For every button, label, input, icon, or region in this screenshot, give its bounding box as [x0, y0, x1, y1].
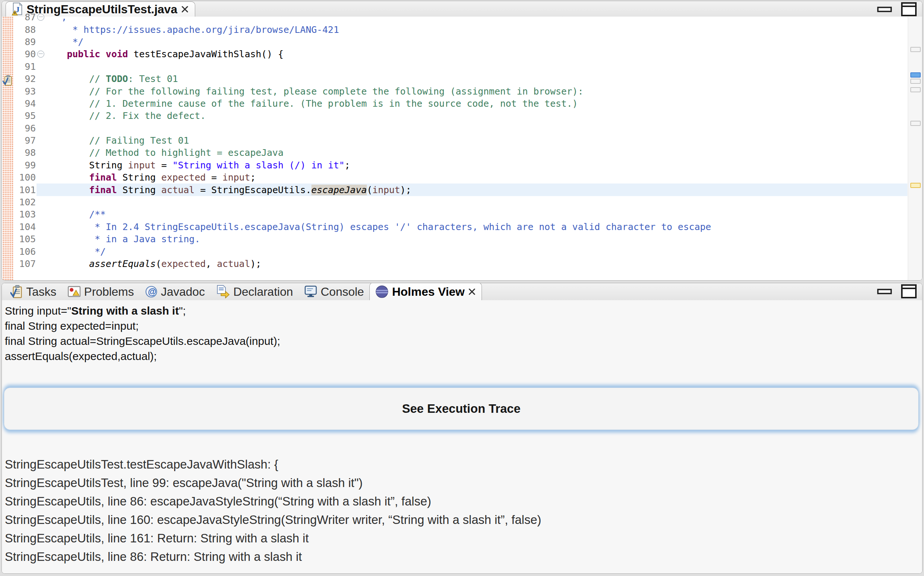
tasks-icon — [10, 285, 23, 298]
code-line-body[interactable]: // Method to highlight = escapeJava — [37, 147, 907, 159]
snippet-line: final String expected=input; — [5, 318, 280, 333]
code-line-91[interactable]: 91 — [14, 61, 907, 73]
trace-line: StringEscapeUtils, line 86: escapeJavaSt… — [5, 492, 541, 510]
code-line-103[interactable]: 103 /** — [14, 208, 907, 221]
code-line-body[interactable]: * https://issues.apache.org/jira/browse/… — [37, 23, 907, 35]
code-text: /** — [45, 209, 106, 220]
line-number: 99 — [14, 160, 37, 171]
code-line-body[interactable]: */ — [37, 245, 907, 258]
code-line-95[interactable]: 95 // 2. Fix the defect. — [14, 110, 907, 122]
code-line-body[interactable] — [37, 122, 907, 134]
fold-collapse-icon[interactable] — [37, 51, 45, 58]
code-line-96[interactable]: 96 — [14, 122, 907, 134]
view-tab-holmes-view[interactable]: Holmes View — [369, 283, 482, 301]
code-line-body[interactable]: * in a Java string. — [37, 233, 907, 245]
view-tab-javadoc[interactable]: @Javadoc — [139, 283, 210, 300]
blue-ruler-marker[interactable] — [910, 72, 921, 78]
gutter-change-bar[interactable] — [3, 17, 14, 280]
code-text: */ — [45, 246, 106, 257]
yellow-ruler-marker[interactable] — [910, 183, 921, 188]
code-line-88[interactable]: 88 * https://issues.apache.org/jira/brow… — [14, 23, 907, 35]
code-line-93[interactable]: 93 // For the following failing test, pl… — [14, 85, 907, 97]
problems-icon — [67, 285, 81, 298]
line-number: 98 — [14, 147, 37, 158]
code-editor[interactable]: 87 ,88 * https://issues.apache.org/jira/… — [2, 17, 922, 280]
code-line-92[interactable]: 92 // TODO: Test 01 — [14, 73, 907, 85]
code-line-body[interactable]: assertEquals(expected, actual); — [37, 258, 907, 270]
view-tab-label: Console — [321, 285, 364, 299]
code-line-97[interactable]: 97 // Failing Test 01 — [14, 134, 907, 147]
code-text: // 1. Determine cause of the failure. (T… — [45, 98, 578, 109]
code-line-body[interactable]: final String actual = StringEscapeUtils.… — [37, 184, 907, 196]
view-tab-problems[interactable]: Problems — [62, 283, 139, 300]
code-line-body[interactable]: /** — [37, 208, 907, 221]
gray-ruler-marker[interactable] — [910, 121, 921, 126]
code-line-body[interactable]: // 1. Determine cause of the failure. (T… — [37, 98, 907, 110]
code-line-94[interactable]: 94 // 1. Determine cause of the failure.… — [14, 98, 907, 110]
view-tab-close-icon[interactable] — [468, 288, 476, 296]
code-line-89[interactable]: 89 */ — [14, 36, 907, 48]
task-marker-icon[interactable] — [3, 75, 13, 86]
trace-line: StringEscapeUtilsTest, line 99: escapeJa… — [5, 474, 541, 492]
code-line-90[interactable]: 90 public void testEscapeJavaWithSlash()… — [14, 48, 907, 60]
view-tabs: TasksProblems@JavadocDeclarationConsoleH… — [5, 283, 482, 300]
code-line-106[interactable]: 106 */ — [14, 245, 907, 258]
code-line-body[interactable]: String input = "String with a slash (/) … — [37, 159, 907, 171]
code-text: // 2. Fix the defect. — [45, 110, 206, 121]
code-line-body[interactable]: // 2. Fix the defect. — [37, 110, 907, 122]
view-minimize-button[interactable] — [876, 285, 893, 297]
code-line-body[interactable]: * In 2.4 StringEscapeUtils.escapeJava(St… — [37, 221, 907, 233]
code-text: * https://issues.apache.org/jira/browse/… — [45, 24, 339, 35]
code-line-body[interactable]: public void testEscapeJavaWithSlash() { — [37, 48, 907, 60]
code-text: final String actual = StringEscapeUtils.… — [45, 185, 411, 195]
javadoc-icon: @ — [145, 285, 158, 298]
code-line-body[interactable]: , — [37, 11, 907, 23]
code-lines: 87 ,88 * https://issues.apache.org/jira/… — [14, 11, 907, 270]
svg-text:@: @ — [148, 287, 156, 296]
code-line-body[interactable] — [37, 196, 907, 208]
code-text: * In 2.4 StringEscapeUtils.escapeJava(St… — [45, 222, 711, 232]
code-line-104[interactable]: 104 * In 2.4 StringEscapeUtils.escapeJav… — [14, 221, 907, 233]
code-line-body[interactable] — [37, 61, 907, 73]
code-line-100[interactable]: 100 final String expected = input; — [14, 171, 907, 184]
code-line-body[interactable]: // For the following failing test, pleas… — [37, 85, 907, 97]
code-line-body[interactable]: // Failing Test 01 — [37, 134, 907, 147]
line-number: 100 — [14, 172, 37, 183]
code-line-body[interactable]: final String expected = input; — [37, 171, 907, 184]
view-tab-label: Tasks — [26, 285, 56, 299]
view-tabbar: TasksProblems@JavadocDeclarationConsoleH… — [2, 283, 922, 301]
trace-line: StringEscapeUtilsTest.testEscapeJavaWith… — [5, 455, 541, 474]
code-line-105[interactable]: 105 * in a Java string. — [14, 233, 907, 245]
view-tab-tasks[interactable]: Tasks — [5, 283, 62, 300]
code-line-101[interactable]: 101 final String actual = StringEscapeUt… — [14, 184, 907, 196]
code-text: , — [45, 12, 67, 22]
line-number: 88 — [14, 24, 37, 35]
view-tab-declaration[interactable]: Declaration — [210, 283, 298, 300]
line-number: 97 — [14, 135, 37, 146]
code-line-98[interactable]: 98 // Method to highlight = escapeJava — [14, 147, 907, 159]
see-execution-trace-button[interactable]: See Execution Trace — [4, 388, 918, 430]
fold-collapse-icon[interactable] — [37, 14, 45, 21]
overview-ruler[interactable] — [908, 17, 922, 280]
line-number: 101 — [14, 185, 37, 195]
code-line-body[interactable]: */ — [37, 36, 907, 48]
snippet-line: String input="String with a slash it"; — [5, 303, 280, 318]
code-line-107[interactable]: 107 assertEquals(expected, actual); — [14, 258, 907, 270]
gray-ruler-marker[interactable] — [910, 78, 921, 84]
line-number: 90 — [14, 49, 37, 59]
gray-ruler-marker[interactable] — [910, 47, 921, 52]
code-text: assertEquals(expected, actual); — [45, 258, 261, 269]
holmes-code-snippet: String input="String with a slash it";fi… — [5, 303, 280, 364]
code-line-102[interactable]: 102 — [14, 196, 907, 208]
view-tab-label: Declaration — [233, 285, 293, 299]
gray-ruler-marker[interactable] — [910, 87, 921, 92]
code-text: * in a Java string. — [45, 234, 200, 245]
editor-area: J StringEscapeUtilsTest.java 87 ,88 * ht… — [2, 1, 922, 281]
code-line-body[interactable]: // TODO: Test 01 — [37, 73, 907, 85]
console-icon — [304, 285, 318, 298]
line-number: 87 — [14, 12, 37, 22]
view-tab-console[interactable]: Console — [298, 283, 369, 300]
code-line-99[interactable]: 99 String input = "String with a slash (… — [14, 159, 907, 171]
code-line-87[interactable]: 87 , — [14, 11, 907, 23]
view-maximize-button[interactable] — [901, 285, 917, 297]
